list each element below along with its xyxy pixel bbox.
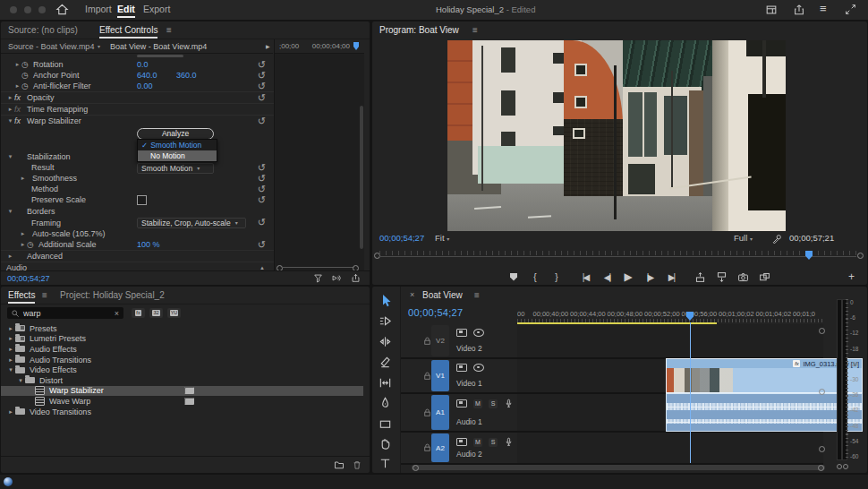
play-audio-icon[interactable] bbox=[331, 273, 341, 283]
sync-lock-icon[interactable] bbox=[456, 438, 467, 446]
go-to-out-icon[interactable]: ▶| bbox=[660, 272, 682, 282]
fullscreen-icon[interactable] bbox=[845, 4, 856, 15]
expander-icon[interactable]: ▾ bbox=[6, 117, 14, 124]
track-scroll-handle[interactable] bbox=[819, 446, 825, 452]
tab-effects[interactable]: Effects bbox=[8, 290, 35, 304]
program-playhead[interactable] bbox=[805, 251, 813, 260]
sync-lock-icon[interactable] bbox=[456, 364, 467, 372]
effects-tree-item[interactable]: ▸Presets bbox=[1, 323, 363, 334]
tab-effect-controls[interactable]: Effect Controls bbox=[99, 25, 157, 39]
solo-button[interactable]: S bbox=[489, 438, 498, 447]
ripple-edit-tool[interactable] bbox=[379, 335, 393, 349]
expander-icon[interactable]: ▸ bbox=[6, 253, 14, 260]
razor-tool[interactable] bbox=[379, 356, 393, 370]
stopwatch-icon[interactable]: ◷ bbox=[21, 71, 33, 80]
expander-icon[interactable]: ▸ bbox=[6, 408, 15, 416]
expander-icon[interactable]: ▸ bbox=[6, 325, 15, 332]
timeline-horizontal-scrollbar[interactable] bbox=[412, 465, 825, 470]
mark-in-icon[interactable]: { bbox=[524, 272, 546, 282]
menu-item-smooth-motion[interactable]: ✓Smooth Motion bbox=[138, 140, 217, 150]
panel-menu-icon[interactable]: ≡ bbox=[166, 25, 172, 35]
voiceover-record-icon[interactable] bbox=[504, 399, 514, 408]
tab-edit[interactable]: Edit bbox=[117, 4, 135, 18]
timeline-ruler[interactable]: 0000;00;40;0000;00;44;0000;00;48;0000;00… bbox=[517, 308, 823, 322]
horizontal-scrollbar[interactable] bbox=[277, 265, 359, 270]
expander-icon[interactable]: ▾ bbox=[16, 377, 25, 384]
reset-icon[interactable]: ↺ bbox=[258, 162, 266, 173]
reset-icon[interactable]: ↺ bbox=[258, 116, 266, 126]
playback-resolution-dropdown[interactable]: Full ▾ bbox=[734, 233, 753, 243]
stopwatch-icon[interactable]: ◷ bbox=[27, 240, 38, 249]
hand-tool[interactable] bbox=[379, 437, 393, 451]
mute-button[interactable]: M bbox=[473, 438, 482, 447]
audio-meter[interactable]: 0-6-12-18-24-30-36-42-48-54-60 bbox=[835, 299, 867, 469]
type-tool[interactable] bbox=[379, 457, 393, 471]
panel-menu-icon[interactable]: ≡ bbox=[42, 290, 47, 300]
pen-tool[interactable] bbox=[379, 397, 393, 411]
tab-source-monitor[interactable]: Source: (no clips) bbox=[8, 25, 78, 35]
reset-icon[interactable]: ↺ bbox=[258, 239, 266, 250]
slip-tool[interactable] bbox=[379, 376, 393, 390]
track-scroll-handle[interactable] bbox=[819, 389, 825, 395]
reset-icon[interactable]: ↺ bbox=[258, 59, 266, 70]
step-forward-icon[interactable]: |▶ bbox=[639, 272, 660, 282]
mute-button[interactable]: M bbox=[473, 399, 482, 408]
effects-tree-item[interactable]: ▾Video Effects bbox=[1, 365, 363, 375]
effects-tree-item[interactable]: ▸Lumetri Presets bbox=[1, 334, 363, 345]
effects-tree-item[interactable]: ▸Audio Effects bbox=[1, 344, 363, 355]
rectangle-tool[interactable] bbox=[379, 417, 393, 432]
workspace-icon[interactable] bbox=[765, 4, 778, 16]
tab-import[interactable]: Import bbox=[85, 4, 112, 14]
step-back-icon[interactable]: ◀| bbox=[596, 272, 617, 282]
accelerated-effects-icon[interactable]: fx bbox=[132, 308, 145, 318]
add-marker-icon[interactable] bbox=[503, 273, 524, 281]
panel-menu-icon[interactable]: ≡ bbox=[474, 290, 480, 300]
anchor-y-value[interactable]: 360.0 bbox=[176, 71, 197, 80]
close-icon[interactable]: × bbox=[410, 290, 414, 299]
effects-tree-item[interactable]: Warp Stabilizer bbox=[1, 386, 363, 397]
effects-search-box[interactable]: warp × bbox=[7, 307, 123, 319]
expander-icon[interactable]: ▸ bbox=[13, 82, 21, 90]
track-target-a2[interactable]: A2 bbox=[431, 433, 449, 462]
reset-icon[interactable]: ↺ bbox=[258, 184, 266, 194]
anti-flicker-value[interactable]: 0.00 bbox=[137, 82, 153, 90]
export-frame-icon[interactable] bbox=[732, 271, 753, 283]
track-target-v1[interactable]: V1 bbox=[431, 360, 449, 391]
tab-project[interactable]: Project: Holiday Special_2 bbox=[60, 290, 165, 300]
button-editor-icon[interactable]: + bbox=[848, 270, 855, 283]
sync-status-icon[interactable] bbox=[4, 477, 13, 486]
toggle-track-output-icon[interactable] bbox=[473, 329, 484, 337]
reset-icon[interactable]: ↺ bbox=[258, 217, 266, 227]
effect-controls-mini-timeline[interactable]: ▶ ;00;00 00;00;04;00 bbox=[274, 39, 364, 272]
selection-tool[interactable] bbox=[379, 294, 393, 308]
expander-icon[interactable]: ▸ bbox=[19, 175, 27, 182]
expander-icon[interactable]: ▸ bbox=[6, 356, 15, 364]
video-clip[interactable]: fxIMG_0313.mov [V] bbox=[667, 359, 862, 392]
toggle-track-output-icon[interactable] bbox=[473, 364, 484, 372]
track-target-v2[interactable]: V2 bbox=[431, 325, 449, 356]
zoom-level-dropdown[interactable]: Fit ▾ bbox=[435, 233, 449, 243]
effect-controls-timecode[interactable]: 00;00;54;27 bbox=[7, 274, 50, 283]
chevron-down-icon[interactable]: ▾ bbox=[98, 43, 100, 49]
track-target-a1[interactable]: A1 bbox=[431, 395, 449, 430]
timeline-timecode[interactable]: 00;00;54;27 bbox=[408, 307, 463, 318]
program-mini-timeline[interactable] bbox=[379, 251, 856, 260]
window-zoom-icon[interactable] bbox=[38, 6, 46, 13]
audio-clip[interactable] bbox=[667, 394, 862, 431]
framing-dropdown[interactable]: Stabilize, Crop, Auto-scale▾ bbox=[137, 218, 246, 228]
rotation-value[interactable]: 0.0 bbox=[137, 60, 149, 69]
expander-icon[interactable]: ▸ bbox=[19, 241, 27, 248]
new-bin-icon[interactable] bbox=[334, 459, 345, 470]
sync-lock-icon[interactable] bbox=[456, 399, 467, 408]
lift-icon[interactable] bbox=[689, 271, 711, 283]
reset-icon[interactable]: ↺ bbox=[258, 70, 266, 81]
bit32-effects-icon[interactable]: 32 bbox=[149, 308, 163, 318]
track-lane-a1[interactable] bbox=[517, 394, 823, 433]
effects-tree-item[interactable]: Wave Warp bbox=[1, 396, 363, 407]
settings-wrench-icon[interactable] bbox=[771, 234, 782, 244]
sync-lock-icon[interactable] bbox=[456, 329, 467, 337]
slider-remnant[interactable] bbox=[137, 55, 183, 57]
track-scroll-handle[interactable] bbox=[819, 328, 825, 334]
expander-icon[interactable]: ▸ bbox=[6, 94, 14, 101]
expander-icon[interactable]: ▸ bbox=[19, 230, 27, 237]
